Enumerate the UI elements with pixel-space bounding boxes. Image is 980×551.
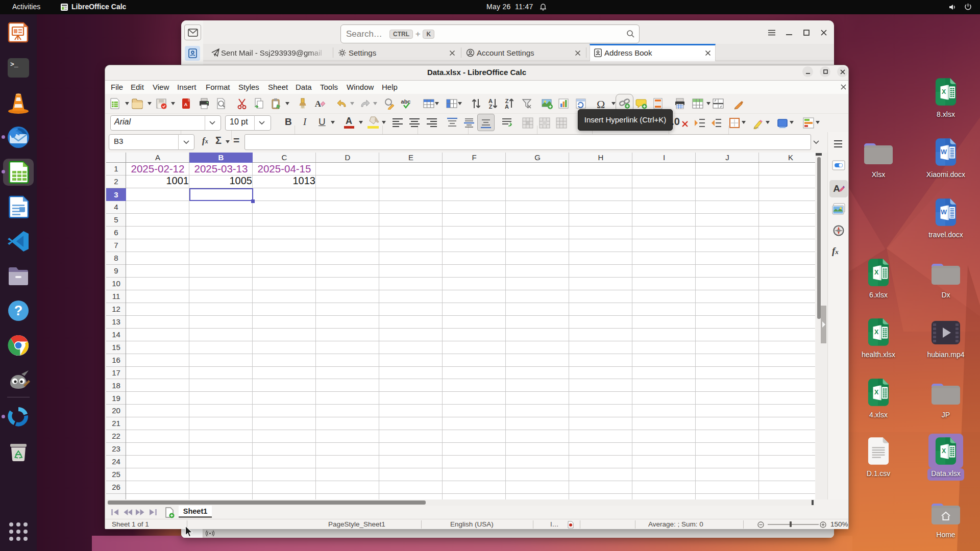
svg-text:>_: >_ bbox=[10, 61, 18, 68]
svg-text:Z: Z bbox=[489, 104, 493, 110]
svg-text:A: A bbox=[505, 104, 509, 110]
svg-text:A: A bbox=[315, 99, 322, 109]
svg-text:?: ? bbox=[14, 303, 23, 318]
svg-text:A: A bbox=[833, 183, 840, 194]
svg-text:A: A bbox=[184, 102, 188, 107]
